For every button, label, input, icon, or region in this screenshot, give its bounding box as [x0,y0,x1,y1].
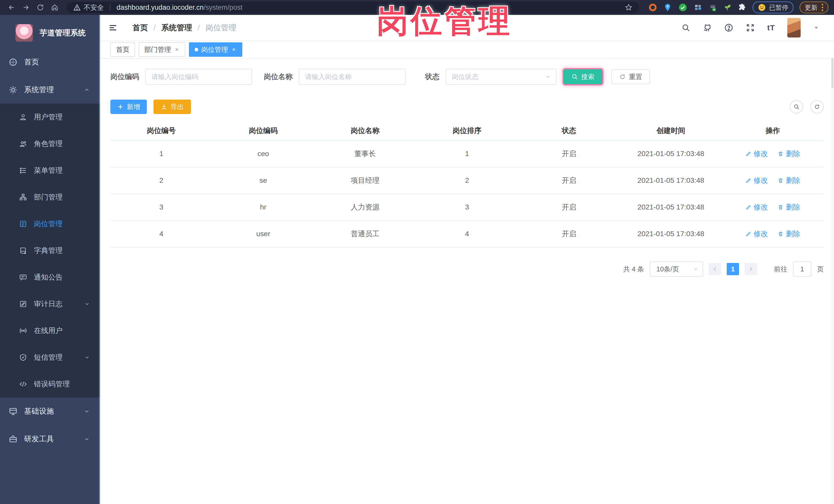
sidebar-item-error-codes[interactable]: 错误码管理 [0,371,100,397]
cell-actions: 修改 删除 [722,194,824,221]
close-icon[interactable] [174,47,180,52]
sidebar-item-roles[interactable]: 角色管理 [0,130,100,157]
user-avatar[interactable] [787,18,800,38]
tab-departments[interactable]: 部门管理 [139,42,185,57]
sidebar-item-departments[interactable]: 部门管理 [0,184,100,211]
prev-page-button[interactable] [709,263,721,275]
reset-button[interactable]: 重置 [611,69,650,84]
extensions-puzzle-icon[interactable] [738,3,746,12]
system-submenu: 用户管理 角色管理 菜单管理 部门管理 岗位管理 [0,104,100,397]
pagination-total: 共 4 条 [623,265,644,274]
extension-orange-ring-icon[interactable] [649,3,657,12]
cell-status: 开启 [518,194,620,221]
cell-status: 开启 [518,221,620,247]
not-secure-warning-icon [73,4,81,11]
refresh-icon [619,73,626,80]
delete-link[interactable]: 删除 [777,149,800,159]
sidebar-item-notices[interactable]: 通知公告 [0,264,100,291]
address-bar[interactable]: 不安全 dashboard.yudao.iocoder.cn /system/p… [67,2,639,13]
browser-update-button[interactable]: 更新 [799,2,828,13]
browser-home-button[interactable] [49,2,61,13]
tab-posts[interactable]: 岗位管理 [189,42,242,57]
export-button[interactable]: 导出 [154,100,191,114]
sidebar-item-online-users[interactable]: 在线用户 [0,317,100,344]
page-scrollbar[interactable] [831,15,834,504]
chevron-down-icon [84,355,90,360]
paused-label: 已暂停 [769,3,788,12]
search-button[interactable]: 搜索 [564,69,602,84]
status-label: 状态 [425,72,439,82]
tab-label: 部门管理 [144,45,171,54]
sidebar-item-system[interactable]: 系统管理 [0,76,100,104]
forward-icon [22,4,30,11]
header-search-icon[interactable] [682,23,690,32]
sidebar-item-label: 在线用户 [34,326,63,335]
content-area: 岗位编码 岗位名称 状态 岗位状态 搜索 重置 [100,59,834,504]
browser-reload-button[interactable] [35,2,46,13]
edit-label: 修改 [754,176,768,185]
download-icon [161,104,167,110]
edit-link[interactable]: 修改 [745,149,768,159]
page-size-select[interactable]: 10条/页 [650,261,703,277]
goto-page-input[interactable] [793,261,811,277]
sidebar-item-dictionary[interactable]: 字典管理 [0,237,100,264]
toggle-search-button[interactable] [790,100,803,113]
delete-link[interactable]: 删除 [777,176,800,185]
refresh-table-button[interactable] [810,100,824,113]
post-name-input[interactable] [299,69,405,85]
search-icon [793,104,799,110]
dashboard-icon [9,58,18,66]
sidebar-item-home[interactable]: 首页 [0,48,100,76]
sidebar-item-menus[interactable]: 菜单管理 [0,157,100,184]
sms-shield-icon [19,353,27,361]
sidebar-item-audit-log[interactable]: 审计日志 [0,291,100,317]
avatar-caret-down-icon[interactable] [813,24,820,31]
extension-sprout-icon[interactable] [723,3,731,12]
delete-link[interactable]: 删除 [777,202,800,212]
post-code-input[interactable] [145,69,252,85]
breadcrumb-system[interactable]: 系统管理 [161,23,192,33]
sidebar-item-sms[interactable]: 短信管理 [0,344,100,371]
font-size-icon[interactable]: tT [767,23,775,32]
sidebar-item-posts[interactable]: 岗位管理 [0,211,100,237]
sidebar-item-users[interactable]: 用户管理 [0,104,100,130]
edit-link[interactable]: 修改 [745,176,768,185]
extension-location-pin-icon[interactable] [663,3,672,12]
hamburger-icon[interactable] [108,23,118,32]
extension-tampermonkey-icon[interactable] [708,3,717,12]
cell-post-sort: 1 [416,140,518,167]
cell-post-code: user [212,221,314,247]
delete-link[interactable]: 删除 [777,229,800,239]
tab-home[interactable]: 首页 [110,42,135,57]
sidebar-item-infrastructure[interactable]: 基础设施 [0,397,100,425]
browser-back-button[interactable] [6,2,18,13]
page-number-1[interactable]: 1 [727,263,739,275]
menu-list-icon [19,167,27,175]
cell-create-time: 2021-01-05 17:03:48 [620,167,722,194]
github-icon[interactable] [703,23,712,32]
edit-link[interactable]: 修改 [745,202,768,212]
close-icon[interactable] [231,47,237,52]
cell-post-id: 3 [110,194,212,221]
add-button[interactable]: 新增 [110,100,147,114]
chevron-right-icon [748,266,754,272]
sidebar-item-dev-tools[interactable]: 研发工具 [0,425,100,453]
browser-forward-button[interactable] [20,2,32,13]
sidebar-item-label: 用户管理 [34,112,63,122]
browser-menu-kebab-icon[interactable] [822,4,823,11]
breadcrumb-separator: / [198,23,200,32]
screen: 不安全 dashboard.yudao.iocoder.cn /system/p… [0,0,834,504]
edit-link[interactable]: 修改 [745,229,768,239]
recorder-paused-pill[interactable]: 已暂停 [753,2,793,13]
next-page-button[interactable] [745,263,757,275]
extension-green-check-icon[interactable] [678,3,687,12]
bookmark-star-icon[interactable] [625,4,633,11]
breadcrumb-home[interactable]: 首页 [132,23,148,33]
app-logo[interactable]: 芋道管理系统 [0,15,100,48]
extension-grid-icon[interactable] [694,3,702,12]
fullscreen-icon[interactable] [746,23,755,32]
status-select[interactable]: 岗位状态 [446,69,556,85]
app-title: 芋道管理系统 [40,28,86,38]
help-icon[interactable] [724,23,733,32]
search-icon [571,73,578,80]
